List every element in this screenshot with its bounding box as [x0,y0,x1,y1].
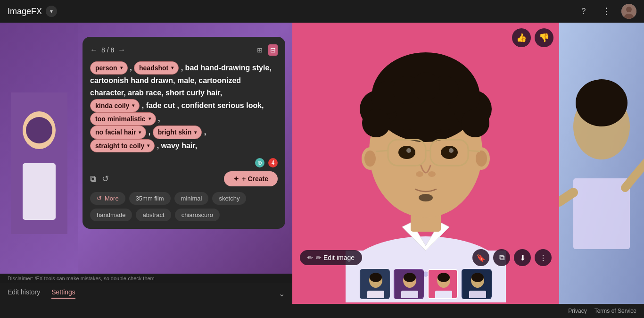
svg-point-32 [398,146,415,159]
image-more-icon: ⋮ [539,253,547,262]
image-more-button[interactable]: ⋮ [535,249,552,266]
more-label: More [105,195,119,202]
chip-headshot-arrow: ▾ [171,64,173,72]
chip-person[interactable]: person▾ [90,61,128,75]
svg-line-30 [376,151,388,151]
right-panel-image [559,23,644,304]
chip-headshot[interactable]: headshot▾ [134,61,179,75]
plain-text-3: , fade cut , confident serious look, [142,101,264,109]
thumbnail-strip [292,269,559,299]
right-arrow-icon: → [118,46,125,54]
help-button[interactable]: ? [576,4,591,19]
top-bar: ImageFX ▾ ? ⋮ [0,0,644,23]
chip-abstract-label: abstract [142,211,164,218]
grid-icon: ⊞ [257,46,263,54]
chip-no-facial-hair[interactable]: no facial hair▾ [90,126,146,139]
nav-arrows: ← 8 / 8 → [90,46,125,54]
svg-point-36 [416,171,423,177]
svg-rect-51 [435,291,452,299]
main-content: ← 8 / 8 → ⊞ ⊟ person [0,23,644,304]
tabs-left: Edit history Settings [8,288,75,299]
download-icon: ⬇ [520,253,526,262]
grid-buttons: ⊞ ⊟ [255,44,278,56]
thumbs-up-icon: 👍 [516,33,527,43]
chevron-down-icon: ▾ [50,8,53,15]
copy-prompt-button[interactable]: ⧉ [90,174,96,184]
chip-minimal-label: minimal [181,195,202,202]
thumbs-up-button[interactable]: 👍 [512,28,531,47]
refresh-icon: ↺ [102,174,109,184]
more-options-button[interactable]: ⋮ [599,4,614,19]
svg-point-33 [441,146,458,159]
tab-settings[interactable]: Settings [51,288,75,299]
chip-handmade[interactable]: handmade [90,209,132,221]
bookmark-button[interactable]: 🔖 [472,249,489,266]
svg-point-25 [362,109,390,137]
plain-text-5: , [149,128,153,136]
svg-point-38 [419,194,433,201]
bottom-tabs: Edit history Settings ⌄ [0,283,292,304]
chip-bright-skin-arrow: ▾ [194,129,197,136]
disclaimer: Disclaimer: /FX tools can make mistakes,… [0,274,292,283]
help-icon: ? [582,7,586,16]
chip-straight-to-coily[interactable]: straight to coily▾ [90,139,155,152]
prev-button[interactable]: ← [90,46,98,54]
copy-image-icon: ⧉ [499,253,504,262]
avatar[interactable] [621,4,636,19]
nav-row: ← 8 / 8 → ⊞ ⊟ [90,44,278,56]
center-panel: 👍 👎 [292,23,559,304]
thumbnail-3[interactable] [428,269,458,299]
svg-rect-55 [469,291,486,299]
terms-link[interactable]: Terms of Service [594,308,636,314]
svg-line-31 [468,151,480,151]
chip-kinda-coily[interactable]: kinda coily▾ [90,99,140,112]
grid-view-button[interactable]: ⊞ [255,44,264,56]
chip-kinda-coily-arrow: ▾ [132,102,134,109]
chip-sketchy[interactable]: sketchy [212,192,246,205]
red-dot-icon: 4 [268,158,278,167]
tab-chevron-icon[interactable]: ⌄ [279,289,285,298]
svg-rect-57 [559,23,644,304]
next-button[interactable]: → [118,46,125,54]
chip-sketchy-label: sketchy [219,195,239,202]
chip-bright-skin[interactable]: bright skin▾ [153,126,202,139]
svg-point-34 [406,148,411,153]
chip-handmade-label: handmade [97,211,125,218]
app-dropdown[interactable]: ▾ [46,6,57,17]
create-label: + Create [242,175,268,183]
prompt-panel: ← 8 / 8 → ⊞ ⊟ person [83,37,285,229]
svg-point-15 [364,151,376,167]
thumbnail-2[interactable] [394,269,424,299]
refresh-more-icon: ↺ [97,195,102,202]
single-icon: ⊟ [270,46,276,54]
chip-abstract[interactable]: abstract [136,209,171,221]
right-panel [559,23,644,304]
svg-rect-5 [23,163,56,220]
chip-straight-to-coily-arrow: ▾ [147,142,149,150]
more-chip[interactable]: ↺ More [90,192,125,205]
create-button[interactable]: ✦ + Create [224,171,278,186]
thumbnail-4[interactable] [462,269,492,299]
single-view-button[interactable]: ⊟ [268,44,278,56]
nav-counter: 8 / 8 [101,46,114,54]
thumbs-down-button[interactable]: 👎 [535,28,553,47]
download-button[interactable]: ⬇ [514,249,531,266]
chip-minimal[interactable]: minimal [174,192,209,205]
edit-image-button[interactable]: ✏ ✏ Edit image [300,250,362,265]
copy-image-button[interactable]: ⧉ [493,249,510,266]
chip-35mm-film[interactable]: 35mm film [129,192,171,205]
refresh-button[interactable]: ↺ [102,174,109,184]
privacy-link[interactable]: Privacy [568,308,586,314]
icons-row: ⊕ 4 [90,158,278,167]
svg-rect-43 [367,291,384,299]
svg-point-46 [404,273,416,282]
plus-icon: ✦ [233,175,239,183]
chip-too-minimalistic[interactable]: too minimalistic▾ [90,112,156,126]
avatar-image [621,4,636,19]
thumbnail-1[interactable] [360,269,390,299]
svg-point-26 [461,109,489,137]
svg-point-24 [412,72,440,100]
style-chips-row: ↺ More 35mm film minimal sketchy handmad… [90,192,278,221]
chip-chiaroscuro[interactable]: chiaroscuro [175,209,220,221]
tab-edit-history[interactable]: Edit history [8,288,40,299]
